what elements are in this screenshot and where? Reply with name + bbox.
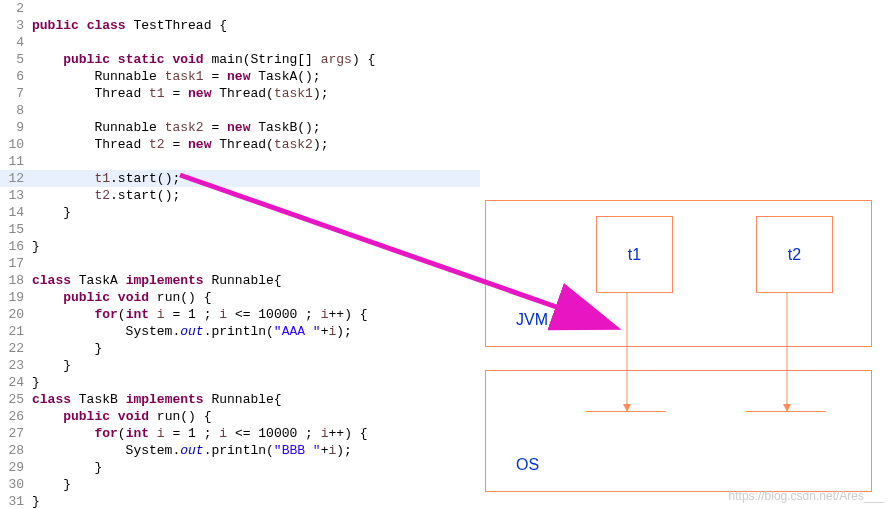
code-content: for(int i = 1 ; i <= 10000 ; i++) { <box>32 425 480 442</box>
code-line: 11 <box>0 153 480 170</box>
code-content <box>32 0 480 17</box>
code-content: public static void main(String[] args) { <box>32 51 480 68</box>
code-line: 23 } <box>0 357 480 374</box>
code-content: } <box>32 493 480 509</box>
line-number: 18 <box>0 272 32 289</box>
code-line: 30 } <box>0 476 480 493</box>
line-number: 26 <box>0 408 32 425</box>
line-number: 23 <box>0 357 32 374</box>
line-number: 24 <box>0 374 32 391</box>
code-line: 18class TaskA implements Runnable{ <box>0 272 480 289</box>
code-line: 3public class TestThread { <box>0 17 480 34</box>
code-content: t2.start(); <box>32 187 480 204</box>
code-line: 21 System.out.println("AAA "+i); <box>0 323 480 340</box>
line-number: 30 <box>0 476 32 493</box>
code-line: 7 Thread t1 = new Thread(task1); <box>0 85 480 102</box>
code-line: 14 } <box>0 204 480 221</box>
line-number: 16 <box>0 238 32 255</box>
os-thread-line-1 <box>586 411 666 412</box>
code-line: 8 <box>0 102 480 119</box>
line-number: 3 <box>0 17 32 34</box>
jvm-box: JVM t1 t2 <box>485 200 872 347</box>
thread-t1-box: t1 <box>596 216 673 293</box>
code-content <box>32 153 480 170</box>
code-line: 28 System.out.println("BBB "+i); <box>0 442 480 459</box>
line-number: 14 <box>0 204 32 221</box>
line-number: 19 <box>0 289 32 306</box>
code-content: } <box>32 357 480 374</box>
code-line: 17 <box>0 255 480 272</box>
line-number: 20 <box>0 306 32 323</box>
line-number: 13 <box>0 187 32 204</box>
code-content: } <box>32 238 480 255</box>
code-content <box>32 255 480 272</box>
code-content: class TaskB implements Runnable{ <box>32 391 480 408</box>
os-label: OS <box>516 456 539 474</box>
line-number: 31 <box>0 493 32 509</box>
code-line: 6 Runnable task1 = new TaskA(); <box>0 68 480 85</box>
code-line: 27 for(int i = 1 ; i <= 10000 ; i++) { <box>0 425 480 442</box>
code-line: 15 <box>0 221 480 238</box>
code-line: 25class TaskB implements Runnable{ <box>0 391 480 408</box>
code-content: class TaskA implements Runnable{ <box>32 272 480 289</box>
code-content: } <box>32 459 480 476</box>
line-number: 2 <box>0 0 32 17</box>
code-content: Thread t2 = new Thread(task2); <box>32 136 480 153</box>
code-content <box>32 102 480 119</box>
code-content: t1.start(); <box>32 170 480 187</box>
line-number: 10 <box>0 136 32 153</box>
jvm-os-diagram: JVM t1 t2 OS <box>480 200 880 500</box>
line-number: 9 <box>0 119 32 136</box>
code-line: 5 public static void main(String[] args)… <box>0 51 480 68</box>
line-number: 22 <box>0 340 32 357</box>
code-content: public void run() { <box>32 408 480 425</box>
code-content: public class TestThread { <box>32 17 480 34</box>
code-line: 20 for(int i = 1 ; i <= 10000 ; i++) { <box>0 306 480 323</box>
line-number: 25 <box>0 391 32 408</box>
code-content: } <box>32 476 480 493</box>
os-thread-line-2 <box>746 411 826 412</box>
line-number: 21 <box>0 323 32 340</box>
code-line: 16} <box>0 238 480 255</box>
code-content: } <box>32 374 480 391</box>
code-content: for(int i = 1 ; i <= 10000 ; i++) { <box>32 306 480 323</box>
code-content: Runnable task2 = new TaskB(); <box>32 119 480 136</box>
code-line: 13 t2.start(); <box>0 187 480 204</box>
code-content: public void run() { <box>32 289 480 306</box>
code-content <box>32 221 480 238</box>
code-line: 12 t1.start(); <box>0 170 480 187</box>
code-line: 4 <box>0 34 480 51</box>
line-number: 28 <box>0 442 32 459</box>
code-line: 24} <box>0 374 480 391</box>
code-content: } <box>32 340 480 357</box>
code-line: 29 } <box>0 459 480 476</box>
code-editor: 23public class TestThread {45 public sta… <box>0 0 480 509</box>
code-line: 19 public void run() { <box>0 289 480 306</box>
code-content: System.out.println("AAA "+i); <box>32 323 480 340</box>
line-number: 8 <box>0 102 32 119</box>
line-number: 6 <box>0 68 32 85</box>
jvm-label: JVM <box>516 311 548 329</box>
line-number: 17 <box>0 255 32 272</box>
code-content: Thread t1 = new Thread(task1); <box>32 85 480 102</box>
code-line: 2 <box>0 0 480 17</box>
thread-t2-box: t2 <box>756 216 833 293</box>
line-number: 11 <box>0 153 32 170</box>
line-number: 29 <box>0 459 32 476</box>
code-line: 10 Thread t2 = new Thread(task2); <box>0 136 480 153</box>
code-line: 26 public void run() { <box>0 408 480 425</box>
code-line: 31} <box>0 493 480 509</box>
code-content: System.out.println("BBB "+i); <box>32 442 480 459</box>
watermark: https://blog.csdn.net/Ares___ <box>729 489 884 503</box>
line-number: 27 <box>0 425 32 442</box>
code-content <box>32 34 480 51</box>
os-box: OS <box>485 370 872 492</box>
code-line: 22 } <box>0 340 480 357</box>
code-content: } <box>32 204 480 221</box>
code-line: 9 Runnable task2 = new TaskB(); <box>0 119 480 136</box>
line-number: 12 <box>0 170 32 187</box>
line-number: 15 <box>0 221 32 238</box>
line-number: 7 <box>0 85 32 102</box>
line-number: 5 <box>0 51 32 68</box>
line-number: 4 <box>0 34 32 51</box>
